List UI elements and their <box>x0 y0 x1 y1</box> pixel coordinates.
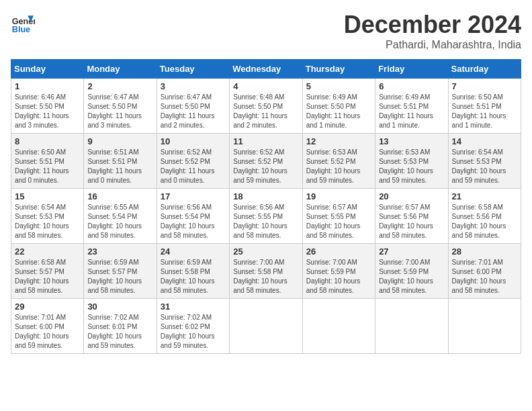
day-number: 16 <box>87 191 152 201</box>
col-header-wednesday: Wednesday <box>230 60 302 79</box>
day-number: 5 <box>306 81 371 91</box>
day-number: 23 <box>87 246 152 257</box>
calendar-cell: 28 Sunrise: 7:01 AMSunset: 6:00 PMDaylig… <box>448 244 521 299</box>
calendar-cell: 14 Sunrise: 6:54 AMSunset: 5:53 PMDaylig… <box>448 134 521 189</box>
cell-info: Sunrise: 6:55 AMSunset: 5:54 PMDaylight:… <box>87 203 152 240</box>
calendar-cell <box>375 299 448 354</box>
cell-info: Sunrise: 6:57 AMSunset: 5:56 PMDaylight:… <box>379 203 444 240</box>
day-number: 8 <box>15 136 80 146</box>
day-number: 20 <box>379 191 444 201</box>
calendar-cell: 20 Sunrise: 6:57 AMSunset: 5:56 PMDaylig… <box>375 189 448 244</box>
calendar-cell: 24 Sunrise: 6:59 AMSunset: 5:58 PMDaylig… <box>157 244 229 299</box>
day-number: 9 <box>87 136 152 146</box>
cell-info: Sunrise: 7:00 AMSunset: 5:58 PMDaylight:… <box>233 258 298 295</box>
day-number: 13 <box>379 136 444 146</box>
calendar-cell: 11 Sunrise: 6:52 AMSunset: 5:52 PMDaylig… <box>230 134 302 189</box>
cell-info: Sunrise: 6:54 AMSunset: 5:53 PMDaylight:… <box>452 148 517 185</box>
cell-info: Sunrise: 6:48 AMSunset: 5:50 PMDaylight:… <box>233 93 298 130</box>
cell-info: Sunrise: 6:52 AMSunset: 5:52 PMDaylight:… <box>233 148 298 185</box>
calendar-cell: 18 Sunrise: 6:56 AMSunset: 5:55 PMDaylig… <box>230 189 302 244</box>
calendar-cell: 16 Sunrise: 6:55 AMSunset: 5:54 PMDaylig… <box>84 189 157 244</box>
location: Pathardi, Maharashtra, India <box>344 39 521 51</box>
cell-info: Sunrise: 6:59 AMSunset: 5:57 PMDaylight:… <box>87 258 152 295</box>
day-number: 3 <box>161 81 226 91</box>
day-number: 15 <box>15 191 80 201</box>
cell-info: Sunrise: 7:01 AMSunset: 6:00 PMDaylight:… <box>452 258 517 295</box>
cell-info: Sunrise: 7:02 AMSunset: 6:01 PMDaylight:… <box>87 313 152 351</box>
calendar-cell: 31 Sunrise: 7:02 AMSunset: 6:02 PMDaylig… <box>157 299 229 354</box>
week-row-4: 22 Sunrise: 6:58 AMSunset: 5:57 PMDaylig… <box>11 244 521 299</box>
col-header-friday: Friday <box>375 60 448 79</box>
calendar-cell: 30 Sunrise: 7:02 AMSunset: 6:01 PMDaylig… <box>84 299 157 354</box>
cell-info: Sunrise: 6:57 AMSunset: 5:55 PMDaylight:… <box>306 203 371 240</box>
day-number: 21 <box>452 191 517 201</box>
calendar-cell: 27 Sunrise: 7:00 AMSunset: 5:59 PMDaylig… <box>375 244 448 299</box>
day-number: 29 <box>15 302 80 312</box>
cell-info: Sunrise: 6:58 AMSunset: 5:56 PMDaylight:… <box>452 203 517 240</box>
cell-info: Sunrise: 6:51 AMSunset: 5:51 PMDaylight:… <box>87 148 152 185</box>
col-header-thursday: Thursday <box>302 60 375 79</box>
day-number: 4 <box>233 81 298 91</box>
cell-info: Sunrise: 6:50 AMSunset: 5:51 PMDaylight:… <box>15 148 80 185</box>
day-number: 26 <box>306 246 371 257</box>
col-header-monday: Monday <box>84 60 157 79</box>
cell-info: Sunrise: 6:53 AMSunset: 5:53 PMDaylight:… <box>379 148 444 185</box>
day-number: 10 <box>161 136 226 146</box>
cell-info: Sunrise: 6:46 AMSunset: 5:50 PMDaylight:… <box>15 93 80 130</box>
calendar-cell: 7 Sunrise: 6:50 AMSunset: 5:51 PMDayligh… <box>448 79 521 134</box>
week-row-1: 1 Sunrise: 6:46 AMSunset: 5:50 PMDayligh… <box>11 79 521 134</box>
calendar-cell: 3 Sunrise: 6:47 AMSunset: 5:50 PMDayligh… <box>157 79 229 134</box>
day-number: 14 <box>452 136 517 146</box>
calendar-cell: 2 Sunrise: 6:47 AMSunset: 5:50 PMDayligh… <box>84 79 157 134</box>
cell-info: Sunrise: 6:49 AMSunset: 5:51 PMDaylight:… <box>379 93 444 130</box>
cell-info: Sunrise: 6:56 AMSunset: 5:55 PMDaylight:… <box>233 203 298 240</box>
calendar-cell: 12 Sunrise: 6:53 AMSunset: 5:52 PMDaylig… <box>302 134 375 189</box>
day-number: 7 <box>452 81 517 91</box>
cell-info: Sunrise: 6:52 AMSunset: 5:52 PMDaylight:… <box>161 148 226 185</box>
col-header-saturday: Saturday <box>448 60 521 79</box>
calendar-cell: 4 Sunrise: 6:48 AMSunset: 5:50 PMDayligh… <box>230 79 302 134</box>
cell-info: Sunrise: 6:47 AMSunset: 5:50 PMDaylight:… <box>161 93 226 130</box>
calendar-table: SundayMondayTuesdayWednesdayThursdayFrid… <box>11 59 521 354</box>
calendar-cell <box>302 299 375 354</box>
day-number: 28 <box>452 246 517 257</box>
col-header-sunday: Sunday <box>11 60 84 79</box>
svg-text:Blue: Blue <box>12 25 30 34</box>
calendar-cell: 21 Sunrise: 6:58 AMSunset: 5:56 PMDaylig… <box>448 189 521 244</box>
calendar-cell: 29 Sunrise: 7:01 AMSunset: 6:00 PMDaylig… <box>11 299 84 354</box>
cell-info: Sunrise: 6:50 AMSunset: 5:51 PMDaylight:… <box>452 93 517 130</box>
day-number: 24 <box>161 246 226 257</box>
calendar-cell: 17 Sunrise: 6:56 AMSunset: 5:54 PMDaylig… <box>157 189 229 244</box>
day-number: 18 <box>233 191 298 201</box>
calendar-cell <box>230 299 302 354</box>
day-number: 1 <box>15 81 80 91</box>
cell-info: Sunrise: 6:56 AMSunset: 5:54 PMDaylight:… <box>161 203 226 240</box>
day-number: 27 <box>379 246 444 257</box>
calendar-cell: 5 Sunrise: 6:49 AMSunset: 5:50 PMDayligh… <box>302 79 375 134</box>
calendar-cell: 25 Sunrise: 7:00 AMSunset: 5:58 PMDaylig… <box>230 244 302 299</box>
week-row-5: 29 Sunrise: 7:01 AMSunset: 6:00 PMDaylig… <box>11 299 521 354</box>
cell-info: Sunrise: 6:53 AMSunset: 5:52 PMDaylight:… <box>306 148 371 185</box>
calendar-cell: 9 Sunrise: 6:51 AMSunset: 5:51 PMDayligh… <box>84 134 157 189</box>
week-row-2: 8 Sunrise: 6:50 AMSunset: 5:51 PMDayligh… <box>11 134 521 189</box>
calendar-cell: 13 Sunrise: 6:53 AMSunset: 5:53 PMDaylig… <box>375 134 448 189</box>
day-number: 6 <box>379 81 444 91</box>
day-number: 12 <box>306 136 371 146</box>
day-number: 31 <box>161 302 226 312</box>
calendar-cell <box>448 299 521 354</box>
calendar-cell: 26 Sunrise: 7:00 AMSunset: 5:59 PMDaylig… <box>302 244 375 299</box>
calendar-cell: 15 Sunrise: 6:54 AMSunset: 5:53 PMDaylig… <box>11 189 84 244</box>
calendar-cell: 23 Sunrise: 6:59 AMSunset: 5:57 PMDaylig… <box>84 244 157 299</box>
cell-info: Sunrise: 6:49 AMSunset: 5:50 PMDaylight:… <box>306 93 371 130</box>
cell-info: Sunrise: 6:47 AMSunset: 5:50 PMDaylight:… <box>87 93 152 130</box>
title-block: December 2024 Pathardi, Maharashtra, Ind… <box>344 11 521 51</box>
header-row: SundayMondayTuesdayWednesdayThursdayFrid… <box>11 60 521 79</box>
cell-info: Sunrise: 7:00 AMSunset: 5:59 PMDaylight:… <box>306 258 371 295</box>
day-number: 17 <box>161 191 226 201</box>
day-number: 25 <box>233 246 298 257</box>
calendar-cell: 8 Sunrise: 6:50 AMSunset: 5:51 PMDayligh… <box>11 134 84 189</box>
cell-info: Sunrise: 6:58 AMSunset: 5:57 PMDaylight:… <box>15 258 80 295</box>
cell-info: Sunrise: 7:00 AMSunset: 5:59 PMDaylight:… <box>379 258 444 295</box>
cell-info: Sunrise: 7:01 AMSunset: 6:00 PMDaylight:… <box>15 313 80 351</box>
day-number: 2 <box>87 81 152 91</box>
